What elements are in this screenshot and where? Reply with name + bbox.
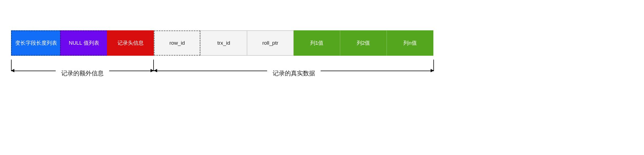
- cell-row-id: row_id: [154, 30, 200, 56]
- cell-varlen-list: 变长字段长度列表: [11, 30, 60, 56]
- brackets-row: 记录的额外信息 记录的真实数据: [11, 60, 636, 71]
- cell-record-header: 记录头信息: [107, 30, 154, 56]
- bracket-real-data-label: 记录的真实数据: [267, 69, 321, 78]
- cell-trx-id: trx_id: [200, 30, 247, 56]
- bracket-extra-info: 记录的额外信息: [11, 60, 154, 71]
- bracket-real-data: 记录的真实数据: [154, 60, 434, 71]
- cell-null-list: NULL 值列表: [60, 30, 107, 56]
- cell-roll-ptr: roll_ptr: [247, 30, 294, 56]
- cell-col1: 列1值: [294, 30, 340, 56]
- bracket-extra-info-label: 记录的额外信息: [56, 69, 109, 78]
- record-row: 变长字段长度列表 NULL 值列表 记录头信息 row_id trx_id ro…: [11, 30, 636, 56]
- cell-col2: 列2值: [340, 30, 387, 56]
- cell-coln: 列n值: [387, 30, 433, 56]
